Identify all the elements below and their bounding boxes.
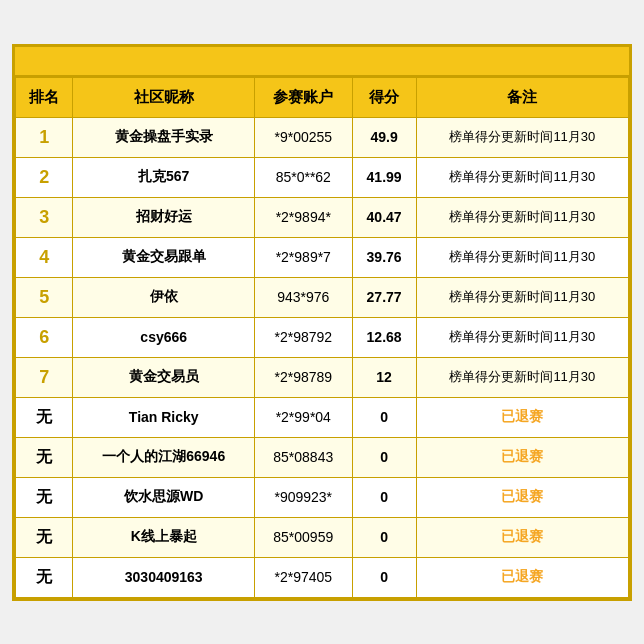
score-cell: 40.47 bbox=[352, 197, 416, 237]
table-row: 2扎克56785*0**6241.99榜单得分更新时间11月30 bbox=[16, 157, 629, 197]
nickname-cell: Tian Ricky bbox=[73, 397, 255, 437]
table-row: 5伊依943*97627.77榜单得分更新时间11月30 bbox=[16, 277, 629, 317]
note-cell: 榜单得分更新时间11月30 bbox=[416, 357, 628, 397]
table-row: 无K线上暴起85*009590已退赛 bbox=[16, 517, 629, 557]
note-cell: 榜单得分更新时间11月30 bbox=[416, 237, 628, 277]
account-cell: *2*97405 bbox=[255, 557, 353, 597]
note-cell: 榜单得分更新时间11月30 bbox=[416, 117, 628, 157]
nickname-cell: 黄金操盘手实录 bbox=[73, 117, 255, 157]
nickname-cell: 3030409163 bbox=[73, 557, 255, 597]
table-row: 无3030409163*2*974050已退赛 bbox=[16, 557, 629, 597]
score-cell: 0 bbox=[352, 477, 416, 517]
score-cell: 41.99 bbox=[352, 157, 416, 197]
rank-cell: 6 bbox=[16, 317, 73, 357]
score-cell: 27.77 bbox=[352, 277, 416, 317]
rank-cell: 1 bbox=[16, 117, 73, 157]
rank-cell: 无 bbox=[16, 517, 73, 557]
account-cell: *2*9894* bbox=[255, 197, 353, 237]
note-cell: 已退赛 bbox=[416, 397, 628, 437]
account-cell: *9*00255 bbox=[255, 117, 353, 157]
table-row: 无饮水思源WD*909923*0已退赛 bbox=[16, 477, 629, 517]
note-cell: 榜单得分更新时间11月30 bbox=[416, 277, 628, 317]
page-title bbox=[15, 47, 629, 77]
rank-cell: 7 bbox=[16, 357, 73, 397]
note-cell: 已退赛 bbox=[416, 517, 628, 557]
nickname-cell: 扎克567 bbox=[73, 157, 255, 197]
note-cell: 已退赛 bbox=[416, 477, 628, 517]
nickname-cell: 一个人的江湖66946 bbox=[73, 437, 255, 477]
rank-cell: 4 bbox=[16, 237, 73, 277]
table-row: 7黄金交易员*2*9878912榜单得分更新时间11月30 bbox=[16, 357, 629, 397]
rank-cell: 5 bbox=[16, 277, 73, 317]
account-cell: 85*0**62 bbox=[255, 157, 353, 197]
table-row: 4黄金交易跟单*2*989*739.76榜单得分更新时间11月30 bbox=[16, 237, 629, 277]
score-cell: 39.76 bbox=[352, 237, 416, 277]
table-row: 6csy666*2*9879212.68榜单得分更新时间11月30 bbox=[16, 317, 629, 357]
score-cell: 0 bbox=[352, 397, 416, 437]
note-cell: 已退赛 bbox=[416, 557, 628, 597]
account-cell: 943*976 bbox=[255, 277, 353, 317]
account-cell: 85*08843 bbox=[255, 437, 353, 477]
nickname-cell: 黄金交易员 bbox=[73, 357, 255, 397]
rank-cell: 2 bbox=[16, 157, 73, 197]
table-row: 3招财好运*2*9894*40.47榜单得分更新时间11月30 bbox=[16, 197, 629, 237]
nickname-cell: csy666 bbox=[73, 317, 255, 357]
nickname-cell: 黄金交易跟单 bbox=[73, 237, 255, 277]
rank-cell: 无 bbox=[16, 557, 73, 597]
account-cell: *2*989*7 bbox=[255, 237, 353, 277]
account-cell: *2*98792 bbox=[255, 317, 353, 357]
score-cell: 12 bbox=[352, 357, 416, 397]
account-cell: 85*00959 bbox=[255, 517, 353, 557]
note-cell: 榜单得分更新时间11月30 bbox=[416, 157, 628, 197]
account-cell: *2*99*04 bbox=[255, 397, 353, 437]
rank-cell: 无 bbox=[16, 477, 73, 517]
leaderboard-table: 排名社区昵称参赛账户得分备注 1黄金操盘手实录*9*0025549.9榜单得分更… bbox=[15, 77, 629, 598]
table-header-cell: 排名 bbox=[16, 77, 73, 117]
nickname-cell: 饮水思源WD bbox=[73, 477, 255, 517]
score-cell: 12.68 bbox=[352, 317, 416, 357]
table-row: 无一个人的江湖6694685*088430已退赛 bbox=[16, 437, 629, 477]
rank-cell: 3 bbox=[16, 197, 73, 237]
table-header-cell: 得分 bbox=[352, 77, 416, 117]
note-cell: 已退赛 bbox=[416, 437, 628, 477]
score-cell: 0 bbox=[352, 517, 416, 557]
nickname-cell: 伊依 bbox=[73, 277, 255, 317]
table-header-cell: 社区昵称 bbox=[73, 77, 255, 117]
score-cell: 0 bbox=[352, 557, 416, 597]
account-cell: *2*98789 bbox=[255, 357, 353, 397]
account-cell: *909923* bbox=[255, 477, 353, 517]
nickname-cell: 招财好运 bbox=[73, 197, 255, 237]
rank-cell: 无 bbox=[16, 397, 73, 437]
score-cell: 0 bbox=[352, 437, 416, 477]
score-cell: 49.9 bbox=[352, 117, 416, 157]
leaderboard-container: 排名社区昵称参赛账户得分备注 1黄金操盘手实录*9*0025549.9榜单得分更… bbox=[12, 44, 632, 601]
table-header-cell: 备注 bbox=[416, 77, 628, 117]
note-cell: 榜单得分更新时间11月30 bbox=[416, 197, 628, 237]
table-row: 1黄金操盘手实录*9*0025549.9榜单得分更新时间11月30 bbox=[16, 117, 629, 157]
table-header-cell: 参赛账户 bbox=[255, 77, 353, 117]
nickname-cell: K线上暴起 bbox=[73, 517, 255, 557]
table-header-row: 排名社区昵称参赛账户得分备注 bbox=[16, 77, 629, 117]
rank-cell: 无 bbox=[16, 437, 73, 477]
note-cell: 榜单得分更新时间11月30 bbox=[416, 317, 628, 357]
table-row: 无Tian Ricky*2*99*040已退赛 bbox=[16, 397, 629, 437]
